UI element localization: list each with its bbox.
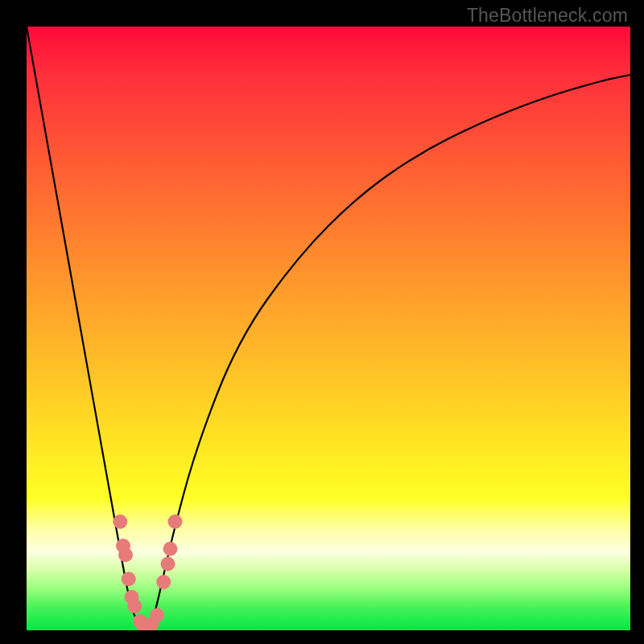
marker-dot — [150, 608, 164, 622]
marker-dot — [127, 599, 142, 613]
plot-area — [27, 27, 630, 630]
marker-dot — [161, 557, 175, 572]
marker-dot — [118, 547, 133, 562]
marker-dot — [113, 514, 127, 529]
watermark: TheBottleneck.com — [467, 5, 628, 27]
chart-svg — [27, 27, 630, 630]
marker-dot — [122, 572, 136, 586]
bottleneck-curve — [27, 27, 630, 630]
marker-dot — [156, 575, 171, 589]
marker-dot — [168, 514, 183, 529]
chart-frame: TheBottleneck.com — [0, 0, 644, 644]
marker-dot — [163, 542, 178, 556]
